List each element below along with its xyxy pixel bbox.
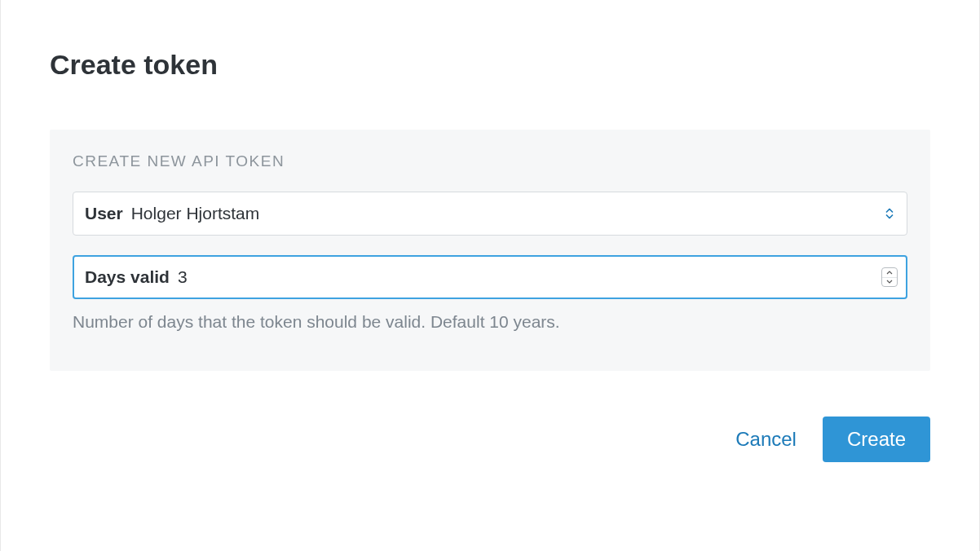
chevron-up-down-icon	[885, 209, 894, 219]
spinner-down-icon[interactable]	[882, 278, 897, 287]
create-button[interactable]: Create	[823, 417, 930, 462]
panel-title: CREATE NEW API TOKEN	[73, 152, 907, 170]
days-valid-label: Days valid	[85, 267, 170, 287]
days-valid-input[interactable]	[178, 267, 874, 287]
dialog-actions: Cancel Create	[50, 417, 930, 462]
spinner-up-icon[interactable]	[882, 268, 897, 278]
page-title: Create token	[50, 49, 930, 81]
dialog-container: Create token CREATE NEW API TOKEN User H…	[0, 0, 980, 551]
user-value: Holger Hjortstam	[131, 204, 874, 223]
user-label: User	[85, 204, 123, 223]
days-valid-field[interactable]: Days valid	[73, 255, 907, 299]
create-token-panel: CREATE NEW API TOKEN User Holger Hjortst…	[50, 130, 930, 371]
days-valid-help: Number of days that the token should be …	[73, 312, 907, 332]
cancel-button[interactable]: Cancel	[729, 418, 803, 461]
number-spinner[interactable]	[881, 267, 898, 287]
user-select[interactable]: User Holger Hjortstam	[73, 192, 907, 236]
